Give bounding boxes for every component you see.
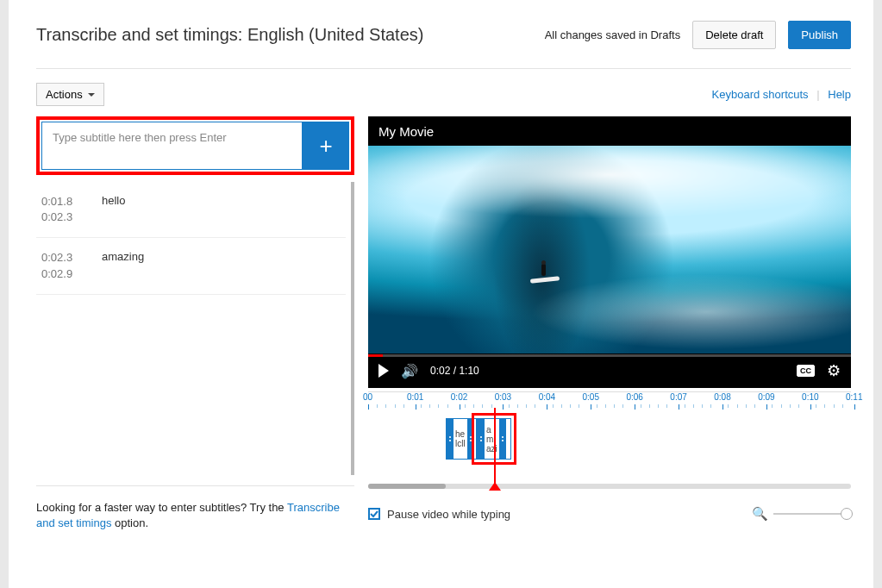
ruler-tick: 0:02 xyxy=(451,392,467,402)
header: Transcribe and set timings: English (Uni… xyxy=(36,21,851,69)
clip-text: lcll xyxy=(455,439,466,448)
help-link[interactable]: Help xyxy=(828,88,851,101)
video-frame xyxy=(368,146,851,353)
timeline-clip[interactable]: he lcll xyxy=(446,418,477,460)
actions-dropdown[interactable]: Actions xyxy=(36,83,104,106)
play-icon[interactable] xyxy=(378,364,389,378)
ruler-tick: 0:04 xyxy=(539,392,555,402)
video-title: My Movie xyxy=(368,116,851,146)
ruler-tick: 0:05 xyxy=(583,392,599,402)
add-subtitle-button[interactable]: + xyxy=(303,122,349,170)
hint-suffix: option. xyxy=(111,516,148,529)
zoom-slider[interactable] xyxy=(773,513,851,515)
subtitle-input-highlight: + xyxy=(36,116,354,175)
pause-while-typing-checkbox[interactable] xyxy=(368,508,380,520)
keyboard-shortcuts-link[interactable]: Keyboard shortcuts xyxy=(712,88,809,101)
page-title: Transcribe and set timings: English (Uni… xyxy=(36,25,423,45)
zoom-icon[interactable] xyxy=(752,506,768,522)
subtitle-input[interactable] xyxy=(41,122,303,170)
delete-draft-button[interactable]: Delete draft xyxy=(692,21,776,49)
timeline-scrollbar[interactable] xyxy=(368,484,851,489)
settings-gear-icon[interactable] xyxy=(827,361,841,380)
editor-card: Transcribe and set timings: English (Uni… xyxy=(9,0,873,588)
ruler-tick: 0:10 xyxy=(802,392,818,402)
cue-start: 0:02.3 xyxy=(41,250,83,266)
clip-handle-right[interactable] xyxy=(499,419,506,459)
ruler-tick: 0:07 xyxy=(670,392,686,402)
cue-list[interactable]: 0:01.8 0:02.3 hello 0:02.3 0:02.9 amazin… xyxy=(36,182,354,475)
cue-end: 0:02.9 xyxy=(41,266,83,282)
surfer-figure xyxy=(537,262,551,285)
timeline-ruler[interactable]: 000:010:020:030:040:050:060:070:080:090:… xyxy=(368,392,851,413)
volume-icon[interactable] xyxy=(401,363,418,379)
hint-text: Looking for a faster way to enter subtit… xyxy=(36,485,354,531)
timeline-scroll-thumb[interactable] xyxy=(368,484,446,489)
link-separator: | xyxy=(816,88,819,101)
time-display: 0:02 / 1:10 xyxy=(430,365,479,377)
cc-icon[interactable]: CC xyxy=(797,365,815,377)
ruler-tick: 0:01 xyxy=(407,392,423,402)
ruler-tick: 0:06 xyxy=(626,392,642,402)
clip-handle-right[interactable] xyxy=(467,419,474,459)
ruler-tick: 0:11 xyxy=(846,392,862,402)
playhead[interactable] xyxy=(494,408,496,484)
clip-handle-left[interactable] xyxy=(478,419,485,459)
ruler-tick: 0:09 xyxy=(758,392,774,402)
ruler-tick: 0:03 xyxy=(495,392,511,402)
cue-row[interactable]: 0:02.3 0:02.9 amazing xyxy=(36,238,346,294)
hint-prefix: Looking for a faster way to enter subtit… xyxy=(36,501,287,514)
ruler-tick: 00 xyxy=(363,392,372,402)
caret-down-icon xyxy=(88,93,95,97)
ruler-tick: 0:08 xyxy=(714,392,730,402)
actions-label: Actions xyxy=(46,88,83,101)
clip-handle-left[interactable] xyxy=(447,419,454,459)
cue-text: amazing xyxy=(102,250,144,281)
save-status: All changes saved in Drafts xyxy=(545,28,681,41)
pause-while-typing-label: Pause video while typing xyxy=(387,508,510,521)
toolbar: Actions Keyboard shortcuts | Help xyxy=(36,83,851,106)
plus-icon: + xyxy=(319,133,332,160)
video-player[interactable]: My Movie 0:02 / 1:10 xyxy=(368,116,851,388)
cue-start: 0:01.8 xyxy=(41,194,83,210)
publish-button[interactable]: Publish xyxy=(788,21,851,49)
cue-end: 0:02.3 xyxy=(41,210,83,225)
timeline-track[interactable]: he lcll a m azi xyxy=(368,413,851,473)
zoom-slider-knob[interactable] xyxy=(841,508,853,520)
timeline[interactable]: 000:010:020:030:040:050:060:070:080:090:… xyxy=(368,391,851,489)
clip-text: he xyxy=(455,429,466,439)
cue-text: hello xyxy=(102,194,125,225)
cue-row[interactable]: 0:01.8 0:02.3 hello xyxy=(36,182,346,238)
